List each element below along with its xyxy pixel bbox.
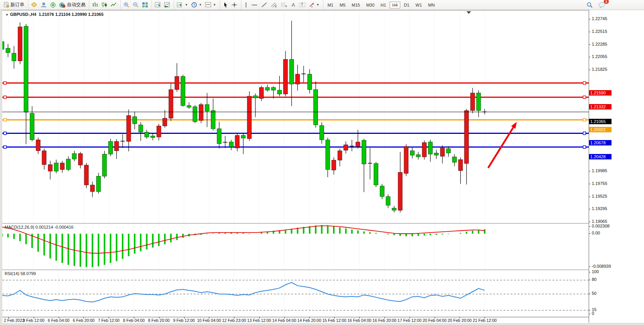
bull-candle[interactable] — [307, 74, 312, 90]
text-label-button[interactable]: T — [297, 0, 307, 10]
time-axis[interactable]: 2 Feb 20233 Feb 12:006 Feb 04:006 Feb 20… — [2, 317, 589, 323]
period-button[interactable]: ▼ — [190, 0, 203, 10]
line-handle[interactable] — [4, 82, 7, 84]
bull-candle[interactable] — [428, 142, 432, 154]
bear-candle[interactable] — [458, 160, 463, 171]
bull-candle[interactable] — [229, 142, 233, 147]
bear-candle[interactable] — [163, 118, 167, 126]
bull-candle[interactable] — [193, 107, 197, 121]
rsi-pane[interactable] — [2, 270, 589, 317]
bull-candle[interactable] — [30, 113, 34, 140]
bear-candle[interactable] — [91, 185, 95, 192]
horizontal-line-button[interactable] — [249, 0, 260, 10]
bull-candle[interactable] — [108, 142, 113, 154]
bull-candle[interactable] — [2, 42, 4, 50]
bear-candle[interactable] — [338, 151, 342, 160]
bull-candle[interactable] — [314, 90, 318, 125]
bull-candle[interactable] — [374, 164, 378, 185]
bull-candle[interactable] — [217, 129, 221, 144]
bull-candle[interactable] — [6, 48, 10, 53]
bar-chart-button[interactable] — [91, 0, 100, 10]
bear-candle[interactable] — [157, 126, 161, 137]
cursor-button[interactable] — [221, 0, 230, 10]
chart-forward-button[interactable] — [153, 0, 162, 10]
bull-candle[interactable] — [151, 136, 155, 137]
bear-candle[interactable] — [169, 90, 173, 118]
seal-button[interactable] — [29, 0, 39, 10]
zoom-in-button[interactable] — [122, 0, 131, 10]
bear-candle[interactable] — [126, 116, 131, 142]
bull-candle[interactable] — [96, 176, 101, 192]
bull-candle[interactable] — [145, 132, 149, 137]
candlestick-button[interactable] — [100, 0, 109, 10]
new-chart-button[interactable]: ▼ — [175, 0, 190, 10]
line-handle[interactable] — [4, 146, 7, 149]
bull-candle[interactable] — [289, 59, 294, 84]
trader-community-button[interactable] — [39, 0, 48, 10]
bull-candle[interactable] — [72, 154, 77, 159]
line-chart-button[interactable] — [109, 0, 118, 10]
bull-candle[interactable] — [187, 106, 191, 107]
bear-candle[interactable] — [398, 172, 402, 210]
bull-candle[interactable] — [416, 155, 420, 157]
line-handle[interactable] — [583, 96, 586, 99]
line-handle[interactable] — [583, 146, 586, 149]
search-button[interactable] — [585, 0, 594, 10]
bull-candle[interactable] — [265, 87, 270, 90]
bull-candle[interactable] — [477, 93, 481, 111]
bear-candle[interactable] — [356, 142, 360, 146]
bear-candle[interactable] — [296, 74, 300, 84]
price-axis[interactable]: 1.227451.225151.222851.220551.218251.211… — [589, 10, 644, 323]
bear-candle[interactable] — [247, 96, 251, 139]
bull-candle[interactable] — [446, 149, 451, 153]
bull-candle[interactable] — [12, 53, 16, 61]
tab-timeframe-m15[interactable]: M15 — [349, 2, 362, 9]
bull-candle[interactable] — [205, 104, 209, 111]
bull-candle[interactable] — [181, 76, 185, 105]
bear-candle[interactable] — [344, 145, 348, 150]
bear-candle[interactable] — [284, 59, 288, 94]
bear-candle[interactable] — [78, 154, 82, 165]
bull-candle[interactable] — [434, 153, 439, 155]
line-handle[interactable] — [583, 118, 586, 121]
line-handle[interactable] — [4, 132, 7, 135]
bear-candle[interactable] — [18, 27, 22, 61]
signal-button[interactable] — [48, 0, 58, 10]
chart-shift-button[interactable] — [162, 0, 172, 10]
equidistant-channel-button[interactable]: E — [269, 0, 279, 10]
bull-candle[interactable] — [211, 111, 215, 129]
tab-timeframe-h1[interactable]: H1 — [378, 2, 389, 9]
tab-timeframe-m1[interactable]: M1 — [325, 2, 336, 9]
bear-candle[interactable] — [440, 148, 444, 156]
line-handle[interactable] — [4, 96, 7, 99]
fibonacci-button[interactable]: F — [279, 0, 289, 10]
arrows-button[interactable]: ▼ — [307, 0, 321, 10]
bear-candle[interactable] — [199, 104, 203, 120]
bear-candle[interactable] — [48, 164, 52, 171]
tab-timeframe-m5[interactable]: M5 — [337, 2, 348, 9]
new-order-button[interactable]: 新订单 — [2, 0, 26, 10]
bear-candle[interactable] — [332, 160, 336, 170]
line-handle[interactable] — [583, 132, 586, 135]
tab-timeframe-d1[interactable]: D1 — [401, 2, 412, 9]
tab-timeframe-mn[interactable]: MN — [425, 2, 437, 9]
bull-candle[interactable] — [277, 90, 282, 94]
bull-candle[interactable] — [66, 159, 70, 169]
line-handle[interactable] — [4, 118, 7, 121]
bear-candle[interactable] — [175, 76, 179, 89]
trend-arrow-head[interactable] — [511, 122, 517, 129]
bull-candle[interactable] — [253, 96, 258, 98]
bear-candle[interactable] — [259, 87, 263, 98]
bull-candle[interactable] — [386, 197, 390, 205]
bull-candle[interactable] — [138, 125, 143, 132]
crosshair-button[interactable] — [230, 0, 239, 10]
chart-shift-marker-icon[interactable] — [466, 11, 471, 14]
indicators-button[interactable]: ▼ — [203, 0, 218, 10]
tile-windows-button[interactable] — [140, 0, 150, 10]
macd-pane[interactable] — [2, 223, 589, 270]
vertical-line-button[interactable] — [243, 0, 249, 10]
bull-candle[interactable] — [380, 186, 384, 197]
bear-candle[interactable] — [114, 142, 119, 151]
trendline-button[interactable] — [260, 0, 269, 10]
bull-candle[interactable] — [133, 116, 137, 124]
